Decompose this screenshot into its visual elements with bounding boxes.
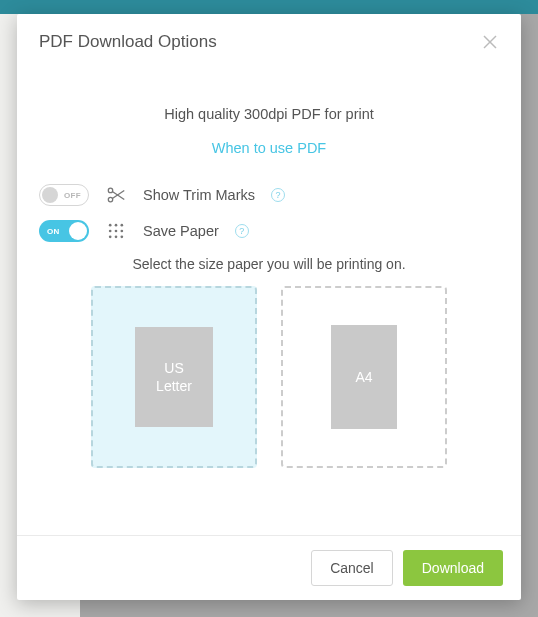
paper-label: A4 (355, 368, 372, 386)
svg-point-6 (109, 224, 112, 227)
scissors-icon (105, 184, 127, 206)
svg-point-8 (121, 224, 124, 227)
help-icon[interactable]: ? (271, 188, 285, 202)
grid-dots-icon (105, 220, 127, 242)
svg-point-13 (115, 236, 118, 239)
paper-label: US Letter (156, 359, 192, 395)
trim-marks-toggle[interactable]: OFF (39, 184, 89, 206)
paper-option-a4[interactable]: A4 (281, 286, 447, 468)
close-icon[interactable] (481, 33, 499, 51)
trim-marks-row: OFF Show Trim Marks ? (39, 184, 499, 206)
trim-marks-label: Show Trim Marks (143, 187, 255, 203)
cancel-button[interactable]: Cancel (311, 550, 393, 586)
save-paper-label: Save Paper (143, 223, 219, 239)
modal-title: PDF Download Options (39, 32, 217, 52)
svg-point-11 (121, 230, 124, 233)
paper-option-us-letter[interactable]: US Letter (91, 286, 257, 468)
modal-header: PDF Download Options (17, 14, 521, 70)
toggle-knob (42, 187, 58, 203)
help-icon[interactable]: ? (235, 224, 249, 238)
download-button[interactable]: Download (403, 550, 503, 586)
paper-sheet-icon: US Letter (135, 327, 213, 427)
modal-footer: Cancel Download (17, 535, 521, 600)
svg-point-7 (115, 224, 118, 227)
save-paper-row: ON Save Paper ? (39, 220, 499, 242)
svg-point-12 (109, 236, 112, 239)
save-paper-toggle[interactable]: ON (39, 220, 89, 242)
paper-sheet-icon: A4 (331, 325, 397, 429)
modal-body: High quality 300dpi PDF for print When t… (17, 70, 521, 535)
options-section: OFF Show Trim Marks ? ON (39, 184, 499, 468)
svg-point-14 (121, 236, 124, 239)
pdf-download-modal: PDF Download Options High quality 300dpi… (17, 14, 521, 600)
svg-point-9 (109, 230, 112, 233)
toggle-state-label: OFF (64, 191, 81, 200)
paper-size-choices: US Letter A4 (39, 286, 499, 468)
svg-point-10 (115, 230, 118, 233)
app-topbar (0, 0, 538, 14)
svg-line-5 (112, 190, 124, 198)
paper-size-prompt: Select the size paper you will be printi… (39, 256, 499, 272)
toggle-knob (69, 222, 87, 240)
svg-line-4 (112, 192, 124, 200)
when-to-use-pdf-link[interactable]: When to use PDF (39, 140, 499, 156)
toggle-state-label: ON (47, 227, 60, 236)
modal-subtitle: High quality 300dpi PDF for print (39, 106, 499, 122)
